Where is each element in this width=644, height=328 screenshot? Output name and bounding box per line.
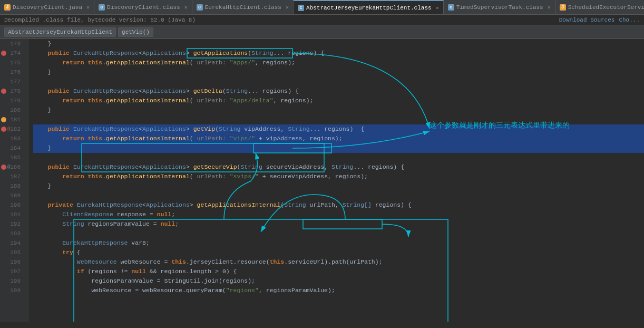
code-line-185 (33, 153, 644, 162)
line-176: 176 (0, 67, 25, 77)
info-bar: Decompiled .class file, bytecode version… (0, 15, 644, 26)
code-line-197: if (regions != null && regions.length > … (33, 267, 644, 276)
class-icon: c (298, 5, 304, 11)
line-179: 179 (0, 96, 25, 105)
breadcrumb-method[interactable]: getVip() (118, 27, 153, 37)
tab-label: EurekaHttpClient.class (205, 4, 281, 11)
line-194: 194 (0, 238, 25, 248)
code-line-179: return this.getApplicationsInternal( url… (33, 96, 644, 105)
line-192: 192 (0, 219, 25, 229)
code-line-174: public EurekaHttpResponse<Applications> … (33, 49, 644, 58)
breakpoint-icon (1, 51, 6, 56)
tab-eurekahttp-class[interactable]: c EurekaHttpClient.class ✕ (192, 0, 294, 15)
tab-close-icon[interactable]: ✕ (86, 4, 90, 11)
java-icon: J (4, 4, 11, 11)
code-line-198: regionsParamValue = StringUtil.join(regi… (33, 276, 644, 286)
line-195: 195 (0, 248, 25, 257)
line-173: 173 (0, 39, 25, 49)
line-175: 175 (0, 58, 25, 67)
code-line-175: return this.getApplicationsInternal( url… (33, 58, 644, 67)
line-187: 187 (0, 172, 25, 181)
line-199: 199 (0, 286, 25, 295)
tab-scheduledexecutor-java[interactable]: J ScheduledExecutorService.java ✕ (555, 0, 644, 15)
java-icon: J (560, 4, 566, 11)
code-line-189 (33, 191, 644, 200)
line-174: 174 (0, 49, 25, 58)
tab-timedsupervisor-class[interactable]: c TimedSupervisorTask.class ✕ (444, 0, 555, 15)
line-190: 190 (0, 200, 25, 210)
line-189: 189 (0, 191, 25, 200)
code-line-173: } (33, 39, 644, 49)
line-181: 181 (0, 115, 25, 124)
tab-close-icon[interactable]: ✕ (184, 4, 188, 11)
tab-label: ScheduledExecutorService.java (568, 4, 644, 11)
tab-close-icon[interactable]: ✕ (286, 4, 289, 11)
line-177: 177 (0, 77, 25, 86)
decompiled-info-text: Decompiled .class file, bytecode version… (4, 17, 196, 23)
line-191: 191 (0, 210, 25, 219)
code-content[interactable]: } public EurekaHttpResponse<Applications… (29, 39, 644, 322)
breadcrumb-bar: AbstractJerseyEurekaHttpClient getVip() (0, 26, 644, 39)
at-icon2: @ (7, 162, 10, 172)
code-line-187: return this.getApplicationsInternal( url… (33, 172, 644, 181)
class-icon: c (197, 4, 203, 11)
warning-icon (1, 117, 6, 122)
code-line-192: String regionsParamValue = null; (33, 219, 644, 229)
code-line-199: webResource = webResource.queryParam("re… (33, 286, 644, 295)
class-icon: c (99, 4, 105, 11)
tab-label: DiscoveryClient.class (107, 4, 180, 11)
line-188: 188 (0, 181, 25, 191)
code-line-196: WebResource webResource = this.jerseyCli… (33, 257, 644, 267)
breakpoint-icon (1, 89, 6, 94)
code-line-190: private EurekaHttpResponse<Applications>… (33, 200, 644, 210)
code-line-191: ClientResponse response = null; (33, 210, 644, 219)
code-line-180: } (33, 105, 644, 115)
line-198: 198 (0, 276, 25, 286)
tab-close-icon[interactable]: ✕ (436, 5, 439, 11)
line-180: 180 (0, 105, 25, 115)
line-183: 183 (0, 134, 25, 143)
download-sources-link[interactable]: Download Sources (559, 17, 615, 23)
tab-label: AbstractJerseyEurekaHttpClient.class (306, 5, 432, 11)
line-196: 196 (0, 257, 25, 267)
tab-label: DiscoveryClient.java (13, 4, 82, 11)
tab-abstract-jersey-class[interactable]: c AbstractJerseyEurekaHttpClient.class ✕ (294, 0, 444, 15)
tab-discovery-class[interactable]: c DiscoveryClient.class ✕ (94, 0, 192, 15)
tab-bar: J DiscoveryClient.java ✕ c DiscoveryClie… (0, 0, 644, 15)
code-line-177 (33, 77, 644, 86)
tab-close-icon[interactable]: ✕ (548, 4, 551, 11)
breakpoint-icon (1, 127, 6, 132)
code-line-194: EurekaHttpResponse var8; (33, 238, 644, 248)
breadcrumb-class[interactable]: AbstractJerseyEurekaHttpClient (4, 27, 116, 37)
code-line-184: } (33, 143, 644, 153)
choose-link[interactable]: Cho... (619, 17, 640, 23)
line-186: @186 (0, 162, 25, 172)
tab-label: TimedSupervisorTask.class (456, 4, 543, 11)
line-numbers: 173 174 175 176 177 178 179 180 181 @182… (0, 39, 29, 322)
code-line-186: public EurekaHttpResponse<Applications> … (33, 162, 644, 172)
breakpoint-icon (1, 165, 6, 170)
line-178: 178 (0, 86, 25, 96)
line-184: 184 (0, 143, 25, 153)
code-line-182: public EurekaHttpResponse<Applications> … (33, 124, 644, 134)
code-line-176: } (33, 67, 644, 77)
line-185: 185 (0, 153, 25, 162)
code-line-178: public EurekaHttpResponse<Applications> … (33, 86, 644, 96)
info-bar-actions: Download Sources Cho... (559, 17, 640, 23)
tab-discovery-java[interactable]: J DiscoveryClient.java ✕ (0, 0, 94, 15)
line-197: 197 (0, 267, 25, 276)
line-182: @182 (0, 124, 25, 134)
at-icon: @ (7, 124, 10, 134)
class-icon: c (448, 4, 454, 11)
code-line-193 (33, 229, 644, 238)
app-container: J DiscoveryClient.java ✕ c DiscoveryClie… (0, 0, 644, 328)
code-line-181 (33, 115, 644, 124)
line-193: 193 (0, 229, 25, 238)
code-area: 173 174 175 176 177 178 179 180 181 @182… (0, 39, 644, 322)
code-line-183: return this.getApplicationsInternal( url… (33, 134, 644, 143)
code-line-195: try { (33, 248, 644, 257)
code-line-188: } (33, 181, 644, 191)
